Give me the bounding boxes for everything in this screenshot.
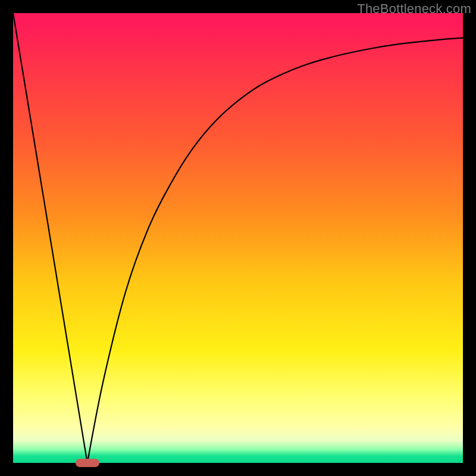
plot-area <box>13 13 463 463</box>
left-leg-path <box>13 13 87 463</box>
curve-layer <box>13 13 463 463</box>
chart-frame: TheBottleneck.com <box>0 0 476 476</box>
optimal-marker <box>76 459 99 467</box>
right-curve-path <box>87 38 463 463</box>
